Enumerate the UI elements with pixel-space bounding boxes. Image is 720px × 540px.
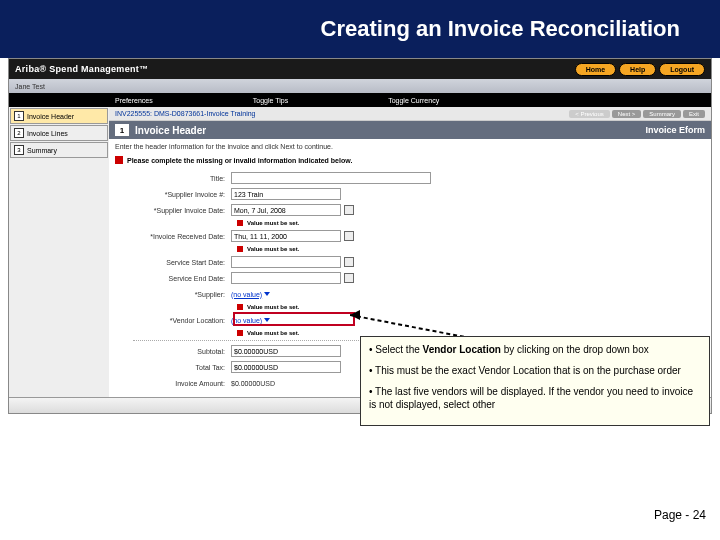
error-icon [237, 246, 243, 252]
chevron-down-icon [264, 292, 270, 296]
logout-button[interactable]: Logout [659, 63, 705, 76]
page-number: Page - 24 [654, 508, 706, 522]
error-supplier: Value must be set. [237, 302, 699, 312]
field-label: *Vendor Location: [121, 317, 231, 324]
subtotal-input[interactable] [231, 345, 341, 357]
invoice-amount-value: $0.00000USD [231, 380, 275, 387]
calendar-icon[interactable] [344, 273, 354, 283]
error-icon [237, 220, 243, 226]
field-label: Title: [121, 175, 231, 182]
instructions: Enter the header information for the inv… [109, 139, 711, 154]
field-label: *Supplier Invoice #: [121, 191, 231, 198]
ariba-top-bar: Ariba® Spend Management™ Home Help Logou… [9, 59, 711, 79]
field-service-end-date: Service End Date: [121, 270, 699, 286]
ariba-logo: Ariba® Spend Management™ [15, 64, 148, 74]
sidebar-step-num: 1 [14, 111, 24, 121]
prev-button[interactable]: < Previous [569, 110, 610, 118]
nav-toggle-tips[interactable]: Toggle Tips [253, 97, 288, 104]
field-supplier-invoice-date: *Supplier Invoice Date: [121, 202, 699, 218]
sidebar-item-invoice-header[interactable]: 1 Invoice Header [10, 108, 108, 124]
total-tax-input[interactable] [231, 361, 341, 373]
nav-toggle-currency[interactable]: Toggle Currency [388, 97, 439, 104]
help-button[interactable]: Help [619, 63, 656, 76]
highlight-box [233, 312, 355, 326]
supplier-dropdown[interactable]: (no value) [231, 291, 270, 298]
callout-box: • Select the Vendor Location by clicking… [360, 336, 710, 426]
field-title: Title: [121, 170, 699, 186]
callout-bullet-1: • Select the Vendor Location by clicking… [369, 343, 701, 356]
section-title: Invoice Header [135, 125, 206, 136]
field-label: Subtotal: [121, 348, 231, 355]
exit-button[interactable]: Exit [683, 110, 705, 118]
error-icon [115, 156, 123, 164]
nav-preferences[interactable]: Preferences [115, 97, 153, 104]
section-header: 1 Invoice Header Invoice Eform [109, 121, 711, 139]
error-received-date: Value must be set. [237, 244, 699, 254]
sidebar-item-summary[interactable]: 3 Summary [10, 142, 108, 158]
field-supplier-invoice-num: *Supplier Invoice #: [121, 186, 699, 202]
error-supplier-date: Value must be set. [237, 218, 699, 228]
user-bar: Jane Test [9, 79, 711, 93]
next-button[interactable]: Next > [612, 110, 642, 118]
field-label: Total Tax: [121, 364, 231, 371]
breadcrumb-text: INV225555: DMS-D0873661-Invoice Training [115, 110, 255, 117]
calendar-icon[interactable] [344, 257, 354, 267]
page-error: Please complete the missing or invalid i… [109, 154, 711, 166]
field-supplier: *Supplier: (no value) [121, 286, 699, 302]
eform-label: Invoice Eform [645, 125, 705, 135]
field-label: Service End Date: [121, 275, 231, 282]
sidebar-step-num: 2 [14, 128, 24, 138]
field-label: Service Start Date: [121, 259, 231, 266]
home-button[interactable]: Home [575, 63, 616, 76]
field-label: Invoice Amount: [121, 380, 231, 387]
sidebar-item-label: Invoice Header [27, 113, 74, 120]
slide-title: Creating an Invoice Reconciliation [321, 16, 680, 42]
summary-button[interactable]: Summary [643, 110, 681, 118]
service-end-date-input[interactable] [231, 272, 341, 284]
field-invoice-received-date: *Invoice Received Date: [121, 228, 699, 244]
service-start-date-input[interactable] [231, 256, 341, 268]
calendar-icon[interactable] [344, 205, 354, 215]
ariba-nav-buttons: Home Help Logout [575, 63, 705, 76]
calendar-icon[interactable] [344, 231, 354, 241]
error-icon [237, 304, 243, 310]
callout-bullet-3: • The last five vendors will be displaye… [369, 385, 701, 411]
step-number: 1 [115, 124, 129, 136]
breadcrumb: INV225555: DMS-D0873661-Invoice Training… [109, 107, 711, 121]
supplier-invoice-date-input[interactable] [231, 204, 341, 216]
field-service-start-date: Service Start Date: [121, 254, 699, 270]
field-label: *Invoice Received Date: [121, 233, 231, 240]
page-error-text: Please complete the missing or invalid i… [127, 157, 352, 164]
title-input[interactable] [231, 172, 431, 184]
sidebar-item-label: Invoice Lines [27, 130, 68, 137]
dark-nav: Preferences Toggle Tips Toggle Currency [9, 93, 711, 107]
sidebar-item-label: Summary [27, 147, 57, 154]
sidebar-item-invoice-lines[interactable]: 2 Invoice Lines [10, 125, 108, 141]
field-label: *Supplier Invoice Date: [121, 207, 231, 214]
error-icon [237, 330, 243, 336]
field-label: *Supplier: [121, 291, 231, 298]
invoice-received-date-input[interactable] [231, 230, 341, 242]
callout-bullet-2: • This must be the exact Vendor Location… [369, 364, 701, 377]
supplier-invoice-input[interactable] [231, 188, 341, 200]
field-vendor-location: *Vendor Location: (no value) [121, 312, 699, 328]
slide-title-bar: Creating an Invoice Reconciliation [0, 0, 720, 58]
wizard-sidebar: 1 Invoice Header 2 Invoice Lines 3 Summa… [9, 107, 109, 413]
wizard-buttons: < Previous Next > Summary Exit [569, 110, 705, 118]
sidebar-step-num: 3 [14, 145, 24, 155]
user-name: Jane Test [15, 83, 45, 90]
